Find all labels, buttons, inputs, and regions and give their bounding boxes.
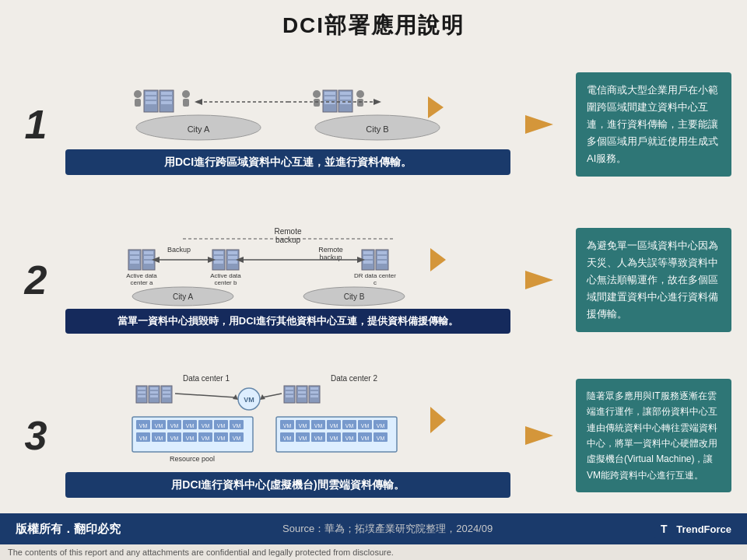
svg-text:Remote: Remote — [274, 227, 301, 236]
scenario-label-1: 用DCI進行跨區域資料中心互連，並進行資料傳輸。 — [65, 149, 510, 175]
svg-text:Remote: Remote — [318, 246, 343, 254]
svg-rect-49 — [214, 251, 223, 254]
svg-rect-15 — [183, 99, 189, 107]
svg-text:VM: VM — [361, 423, 370, 429]
svg-text:City A: City A — [188, 124, 210, 134]
svg-rect-11 — [161, 101, 172, 104]
svg-text:VM: VM — [170, 423, 179, 429]
arrow-2 — [520, 264, 566, 296]
description-2: 為避免單一區域資料中心因為天災、人為失誤等導致資料中心無法順暢運作，故在多個區域… — [576, 228, 731, 332]
svg-text:VM: VM — [283, 436, 292, 441]
main-container: DCI部署應用說明 1 City A City B — [0, 0, 747, 560]
scenario-row-2: 2 Remote backup — [16, 202, 731, 358]
svg-text:VM: VM — [217, 436, 226, 441]
svg-rect-86 — [138, 391, 146, 394]
svg-rect-97 — [286, 387, 293, 390]
scenario-row-3: 3 Data center 1 Data center 2 — [16, 358, 731, 513]
svg-text:VM: VM — [139, 436, 148, 441]
logo-text: TrendForce — [676, 523, 731, 535]
svg-text:VM: VM — [314, 423, 323, 429]
svg-text:VM: VM — [186, 423, 195, 429]
svg-rect-40 — [130, 261, 139, 264]
scenario-content-2: Remote backup Active data — [65, 226, 510, 334]
svg-rect-63 — [363, 261, 373, 264]
svg-text:VM: VM — [330, 436, 338, 441]
svg-rect-13 — [135, 99, 141, 107]
svg-rect-87 — [138, 395, 146, 397]
svg-rect-38 — [130, 251, 139, 254]
svg-rect-39 — [130, 256, 139, 259]
scenario-content-3: Data center 1 Data center 2 — [65, 374, 510, 498]
svg-text:VM: VM — [283, 423, 292, 429]
content-area: 1 City A City B — [0, 47, 747, 513]
svg-rect-42 — [144, 251, 153, 254]
svg-rect-61 — [363, 251, 373, 254]
diagram-svg-3: Data center 1 Data center 2 — [121, 372, 455, 469]
svg-text:center a: center a — [131, 279, 153, 286]
svg-rect-43 — [144, 256, 153, 259]
svg-text:City B: City B — [344, 292, 365, 301]
svg-marker-173 — [430, 407, 446, 433]
svg-text:VM: VM — [233, 423, 241, 429]
diagram-svg-1: City A City B — [121, 75, 455, 145]
svg-rect-101 — [298, 387, 306, 390]
diagram-3: Data center 1 Data center 2 — [65, 374, 510, 467]
svg-rect-106 — [310, 391, 318, 394]
diagram-1: City A City B — [65, 75, 510, 145]
scenario-label-3: 用DCI進行資料中心(虛擬機台)間雲端資料傳輸。 — [65, 472, 510, 498]
svg-rect-9 — [161, 92, 172, 95]
svg-text:VM: VM — [345, 423, 354, 429]
footer-bar: 版權所有．翻印必究 Source：華為；拓墣產業研究院整理，2024/09 T … — [0, 513, 747, 544]
svg-text:VM: VM — [377, 436, 385, 441]
svg-rect-54 — [228, 256, 237, 259]
svg-rect-66 — [377, 256, 387, 259]
svg-text:VM: VM — [377, 423, 385, 429]
svg-text:VM: VM — [244, 396, 254, 404]
svg-marker-30 — [195, 99, 202, 105]
svg-text:City B: City B — [366, 124, 388, 134]
svg-rect-85 — [138, 387, 146, 390]
svg-marker-81 — [525, 271, 553, 289]
svg-text:VM: VM — [233, 436, 241, 441]
svg-rect-99 — [286, 395, 293, 397]
svg-rect-67 — [377, 261, 387, 264]
svg-text:Active data: Active data — [210, 272, 241, 279]
scenario-content-1: City A City B — [65, 75, 510, 175]
svg-text:Resource pool: Resource pool — [170, 455, 215, 463]
svg-rect-5 — [146, 92, 156, 95]
svg-rect-18 — [324, 96, 335, 100]
svg-point-14 — [182, 90, 190, 98]
svg-text:VM: VM — [186, 436, 195, 441]
svg-rect-90 — [150, 391, 158, 394]
svg-marker-33 — [525, 115, 553, 134]
svg-text:center b: center b — [215, 279, 237, 286]
svg-rect-102 — [298, 391, 306, 394]
svg-marker-31 — [374, 99, 381, 105]
svg-rect-7 — [146, 101, 156, 104]
svg-rect-17 — [324, 92, 335, 95]
svg-text:VM: VM — [155, 423, 163, 429]
diagram-2: Remote backup Active data — [65, 226, 510, 304]
arrow-1 — [520, 109, 566, 140]
diagram-svg-2: Remote backup Active data — [121, 225, 455, 306]
svg-text:VM: VM — [217, 423, 226, 429]
svg-rect-94 — [163, 391, 170, 394]
svg-rect-105 — [310, 387, 318, 390]
svg-rect-89 — [150, 387, 158, 390]
svg-rect-93 — [163, 387, 170, 390]
svg-text:c: c — [374, 279, 377, 286]
scenario-label-2: 當單一資料中心損毀時，用DCI進行其他資料中心互連，提供資料備援傳輸。 — [65, 309, 510, 334]
svg-text:VM: VM — [155, 436, 163, 441]
svg-rect-91 — [150, 395, 158, 397]
svg-text:Backup: Backup — [167, 246, 191, 254]
svg-rect-95 — [163, 395, 170, 397]
page-title: DCI部署應用說明 — [0, 0, 747, 47]
svg-rect-25 — [314, 99, 320, 107]
footer-disclaimer-bar: The contents of this report and any atta… — [0, 544, 747, 560]
svg-rect-50 — [214, 256, 223, 259]
svg-rect-103 — [298, 395, 306, 397]
svg-text:City A: City A — [173, 292, 193, 301]
svg-rect-21 — [340, 92, 351, 95]
svg-text:Data center 1: Data center 1 — [183, 374, 230, 383]
svg-rect-65 — [377, 251, 387, 254]
